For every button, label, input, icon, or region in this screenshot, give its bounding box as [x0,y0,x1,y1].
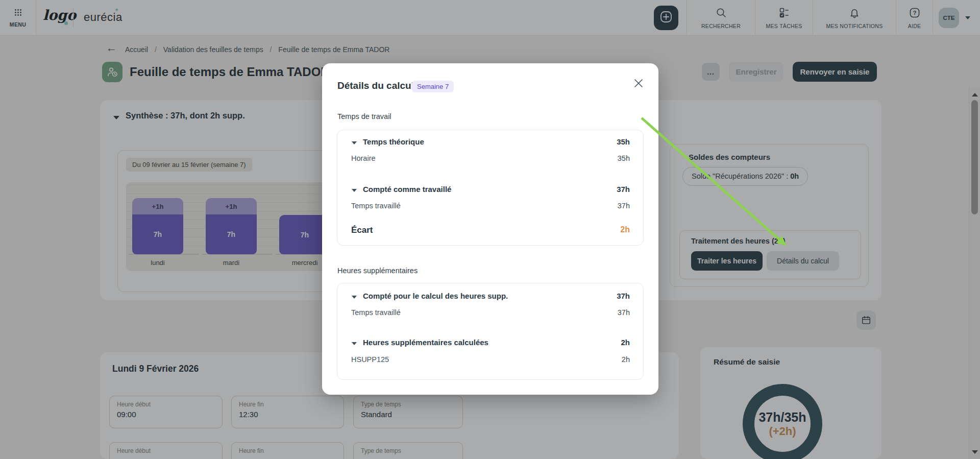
ecart-value: 2h [620,225,630,234]
calc-details-modal: Détails du calcul Semaine 7 Temps de tra… [322,63,658,395]
item-row-temps-travaille-supp: Temps travaillé 37h [337,308,643,320]
week-badge: Semaine 7 [412,81,454,92]
temps-travail-card: Temps théorique 35h Horaire 35h Compté c… [337,130,644,246]
close-button[interactable] [632,77,645,90]
group-row-heures-supp-calculees[interactable]: Heures supplémentaires calculées 2h [337,338,643,349]
group-row-compte-travaille[interactable]: Compté comme travaillé 37h [337,185,643,196]
item-row-temps-travaille: Temps travaillé 37h [337,202,643,213]
caret-down-icon [352,342,357,345]
caret-down-icon [352,141,357,144]
heures-supp-card: Compté pour le calcul des heures supp. 3… [337,283,644,380]
caret-down-icon [352,189,357,192]
section-heures-supplementaires: Heures supplémentaires [337,267,418,275]
modal-title: Détails du calcul [337,80,414,91]
item-row-horaire: Horaire 35h [337,154,643,165]
group-row-compte-calcul-supp[interactable]: Compté pour le calcul des heures supp. 3… [337,292,643,303]
app-window: MENU logo eurécia ✦ RECHERCHER [0,0,980,459]
section-temps-de-travail: Temps de travail [337,112,391,120]
item-row-hsupp125: HSUPP125 2h [337,355,643,367]
caret-down-icon [352,296,357,299]
close-icon [633,78,644,89]
total-row-ecart: Écart 2h [337,225,643,236]
group-row-temps-theorique[interactable]: Temps théorique 35h [337,137,643,149]
